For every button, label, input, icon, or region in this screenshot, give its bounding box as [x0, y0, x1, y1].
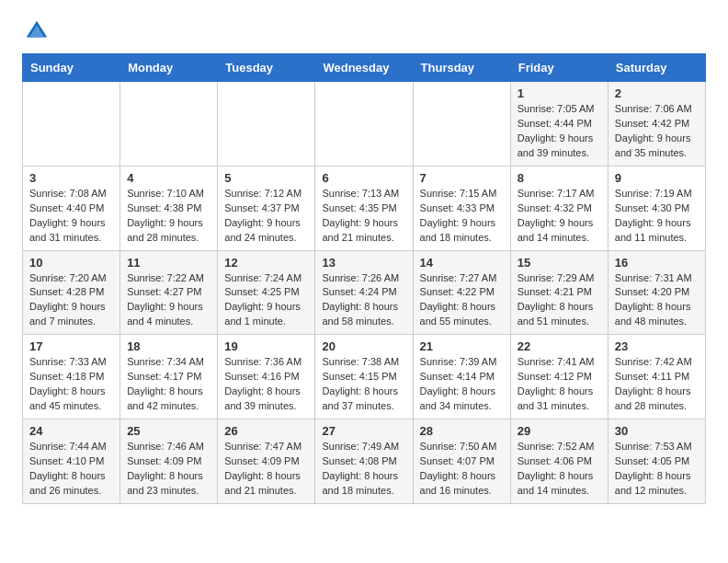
calendar-cell: 6Sunrise: 7:13 AM Sunset: 4:35 PM Daylig… [315, 166, 413, 250]
calendar-week-row: 3Sunrise: 7:08 AM Sunset: 4:40 PM Daylig… [23, 166, 706, 250]
day-number: 30 [615, 424, 699, 438]
day-info: Sunrise: 7:06 AM Sunset: 4:42 PM Dayligh… [615, 102, 699, 161]
calendar-cell: 19Sunrise: 7:36 AM Sunset: 4:16 PM Dayli… [218, 335, 315, 419]
day-number: 21 [420, 339, 504, 353]
calendar-cell: 16Sunrise: 7:31 AM Sunset: 4:20 PM Dayli… [608, 250, 705, 335]
logo [22, 17, 53, 46]
day-number: 5 [224, 171, 308, 185]
day-number: 8 [518, 171, 601, 185]
day-number: 22 [518, 339, 601, 353]
calendar-body: 1Sunrise: 7:05 AM Sunset: 4:44 PM Daylig… [23, 82, 706, 504]
day-info: Sunrise: 7:39 AM Sunset: 4:14 PM Dayligh… [420, 355, 504, 414]
header-cell-monday: Monday [120, 54, 218, 82]
calendar-cell: 30Sunrise: 7:53 AM Sunset: 4:05 PM Dayli… [608, 419, 705, 504]
day-number: 28 [420, 424, 504, 438]
calendar-cell: 23Sunrise: 7:42 AM Sunset: 4:11 PM Dayli… [608, 335, 705, 419]
day-number: 26 [224, 424, 308, 438]
calendar-cell: 11Sunrise: 7:22 AM Sunset: 4:27 PM Dayli… [120, 250, 218, 335]
calendar-cell: 2Sunrise: 7:06 AM Sunset: 4:42 PM Daylig… [608, 82, 705, 167]
day-info: Sunrise: 7:12 AM Sunset: 4:37 PM Dayligh… [224, 187, 308, 246]
day-number: 19 [224, 339, 308, 353]
day-number: 17 [29, 339, 113, 353]
day-info: Sunrise: 7:15 AM Sunset: 4:33 PM Dayligh… [420, 187, 504, 246]
day-number: 14 [420, 256, 504, 270]
calendar-cell [315, 82, 413, 167]
calendar-cell [23, 82, 120, 167]
calendar-cell: 29Sunrise: 7:52 AM Sunset: 4:06 PM Dayli… [510, 419, 608, 504]
calendar-cell: 20Sunrise: 7:38 AM Sunset: 4:15 PM Dayli… [315, 335, 413, 419]
day-number: 29 [518, 424, 601, 438]
calendar-cell: 24Sunrise: 7:44 AM Sunset: 4:10 PM Dayli… [23, 419, 120, 504]
day-info: Sunrise: 7:52 AM Sunset: 4:06 PM Dayligh… [518, 440, 601, 499]
day-info: Sunrise: 7:47 AM Sunset: 4:09 PM Dayligh… [224, 440, 308, 499]
day-number: 2 [615, 86, 699, 100]
header-cell-sunday: Sunday [23, 54, 120, 82]
day-info: Sunrise: 7:38 AM Sunset: 4:15 PM Dayligh… [322, 355, 405, 414]
day-info: Sunrise: 7:13 AM Sunset: 4:35 PM Dayligh… [322, 187, 405, 246]
day-info: Sunrise: 7:34 AM Sunset: 4:17 PM Dayligh… [127, 355, 210, 414]
calendar-header: SundayMondayTuesdayWednesdayThursdayFrid… [23, 54, 706, 82]
header-cell-thursday: Thursday [413, 54, 510, 82]
day-info: Sunrise: 7:46 AM Sunset: 4:09 PM Dayligh… [127, 440, 210, 499]
day-number: 13 [322, 256, 405, 270]
day-number: 20 [322, 339, 405, 353]
calendar-week-row: 10Sunrise: 7:20 AM Sunset: 4:28 PM Dayli… [23, 250, 706, 335]
day-info: Sunrise: 7:44 AM Sunset: 4:10 PM Dayligh… [29, 440, 113, 499]
day-number: 6 [322, 171, 405, 185]
calendar-cell: 15Sunrise: 7:29 AM Sunset: 4:21 PM Dayli… [510, 250, 608, 335]
calendar-cell: 3Sunrise: 7:08 AM Sunset: 4:40 PM Daylig… [23, 166, 120, 250]
calendar-week-row: 1Sunrise: 7:05 AM Sunset: 4:44 PM Daylig… [23, 82, 706, 167]
day-info: Sunrise: 7:36 AM Sunset: 4:16 PM Dayligh… [224, 355, 308, 414]
calendar-cell: 21Sunrise: 7:39 AM Sunset: 4:14 PM Dayli… [413, 335, 510, 419]
header-cell-saturday: Saturday [608, 54, 705, 82]
day-number: 24 [29, 424, 113, 438]
day-info: Sunrise: 7:17 AM Sunset: 4:32 PM Dayligh… [518, 187, 601, 246]
day-info: Sunrise: 7:49 AM Sunset: 4:08 PM Dayligh… [322, 440, 405, 499]
calendar-cell: 7Sunrise: 7:15 AM Sunset: 4:33 PM Daylig… [413, 166, 510, 250]
calendar-week-row: 24Sunrise: 7:44 AM Sunset: 4:10 PM Dayli… [23, 419, 706, 504]
day-info: Sunrise: 7:41 AM Sunset: 4:12 PM Dayligh… [518, 355, 601, 414]
calendar-table: SundayMondayTuesdayWednesdayThursdayFrid… [22, 53, 706, 504]
day-info: Sunrise: 7:05 AM Sunset: 4:44 PM Dayligh… [518, 102, 601, 161]
calendar-cell [120, 82, 218, 167]
day-number: 15 [518, 256, 601, 270]
calendar-cell: 1Sunrise: 7:05 AM Sunset: 4:44 PM Daylig… [510, 82, 608, 167]
calendar-cell [218, 82, 315, 167]
day-info: Sunrise: 7:53 AM Sunset: 4:05 PM Dayligh… [615, 440, 699, 499]
calendar-cell: 5Sunrise: 7:12 AM Sunset: 4:37 PM Daylig… [218, 166, 315, 250]
day-info: Sunrise: 7:19 AM Sunset: 4:30 PM Dayligh… [615, 187, 699, 246]
day-info: Sunrise: 7:31 AM Sunset: 4:20 PM Dayligh… [615, 271, 699, 330]
day-number: 7 [420, 171, 504, 185]
header-cell-friday: Friday [510, 54, 608, 82]
day-number: 23 [615, 339, 699, 353]
day-info: Sunrise: 7:50 AM Sunset: 4:07 PM Dayligh… [420, 440, 504, 499]
calendar-cell: 22Sunrise: 7:41 AM Sunset: 4:12 PM Dayli… [510, 335, 608, 419]
day-number: 1 [518, 86, 601, 100]
header-cell-wednesday: Wednesday [315, 54, 413, 82]
day-number: 11 [127, 256, 210, 270]
calendar-cell: 12Sunrise: 7:24 AM Sunset: 4:25 PM Dayli… [218, 250, 315, 335]
calendar-cell: 10Sunrise: 7:20 AM Sunset: 4:28 PM Dayli… [23, 250, 120, 335]
header-cell-tuesday: Tuesday [218, 54, 315, 82]
day-number: 4 [127, 171, 210, 185]
day-info: Sunrise: 7:26 AM Sunset: 4:24 PM Dayligh… [322, 271, 405, 330]
day-number: 12 [224, 256, 308, 270]
page-header [0, 0, 728, 53]
calendar-cell: 14Sunrise: 7:27 AM Sunset: 4:22 PM Dayli… [413, 250, 510, 335]
day-info: Sunrise: 7:29 AM Sunset: 4:21 PM Dayligh… [518, 271, 601, 330]
day-info: Sunrise: 7:10 AM Sunset: 4:38 PM Dayligh… [127, 187, 210, 246]
calendar-wrapper: SundayMondayTuesdayWednesdayThursdayFrid… [0, 53, 728, 519]
calendar-cell: 17Sunrise: 7:33 AM Sunset: 4:18 PM Dayli… [23, 335, 120, 419]
logo-icon [22, 17, 51, 46]
day-info: Sunrise: 7:20 AM Sunset: 4:28 PM Dayligh… [29, 271, 113, 330]
calendar-cell [413, 82, 510, 167]
day-number: 16 [615, 256, 699, 270]
day-info: Sunrise: 7:22 AM Sunset: 4:27 PM Dayligh… [127, 271, 210, 330]
calendar-cell: 27Sunrise: 7:49 AM Sunset: 4:08 PM Dayli… [315, 419, 413, 504]
calendar-cell: 13Sunrise: 7:26 AM Sunset: 4:24 PM Dayli… [315, 250, 413, 335]
day-info: Sunrise: 7:42 AM Sunset: 4:11 PM Dayligh… [615, 355, 699, 414]
day-number: 3 [29, 171, 113, 185]
day-number: 9 [615, 171, 699, 185]
day-info: Sunrise: 7:33 AM Sunset: 4:18 PM Dayligh… [29, 355, 113, 414]
day-number: 10 [29, 256, 113, 270]
